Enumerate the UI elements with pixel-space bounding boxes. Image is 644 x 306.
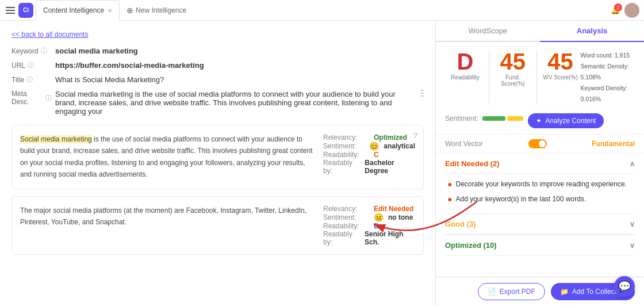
score-45b-block: 45 WV Score(%) xyxy=(540,50,581,81)
good-header[interactable]: Good (3) ∨ xyxy=(445,213,635,235)
stat-semantic: Semantic Density: 5.108% xyxy=(581,61,635,83)
title-info-icon[interactable]: ⓘ xyxy=(26,75,33,84)
export-pdf-button[interactable]: 📄 Export PDF xyxy=(478,283,545,300)
analyze-label: Analyze Content xyxy=(545,117,596,125)
stat-word-count: Word count: 1,915 xyxy=(581,50,635,61)
scrollbar[interactable] xyxy=(420,90,424,97)
optimized-label: Optimized (10) xyxy=(445,241,497,250)
sentiment-label: Sentiment: xyxy=(445,114,478,123)
back-link[interactable]: << back to all documents xyxy=(12,30,88,39)
edit-needed-list: ● Decorate your keywords to improve read… xyxy=(445,174,635,213)
meta-desc-container: Social media marketing is the use of soc… xyxy=(55,90,424,116)
section2-text-area: The major social media platforms (at the… xyxy=(20,205,314,246)
url-row: URL ⓘ https://buffer.com/social-media-ma… xyxy=(12,61,424,70)
sentiment-row: Sentiment: ✦ Analyze Content xyxy=(445,109,635,128)
section2-sentiment-row: Sentiment: 😐 no tone xyxy=(323,213,415,222)
url-label: URL ⓘ xyxy=(12,61,52,70)
user-avatar[interactable] xyxy=(624,3,639,18)
score-d-block: D Readability xyxy=(445,50,485,81)
section2-sentiment-value: no tone xyxy=(388,213,413,221)
topbar-right: 🔔 2 xyxy=(611,3,639,18)
score-45a-block: 45 Fund. Score(%) xyxy=(493,50,533,87)
score-45b-value: 45 xyxy=(540,50,581,73)
new-tab[interactable]: ⊕ New Intelligence xyxy=(122,6,191,15)
tab-wordscope[interactable]: WordScope xyxy=(436,21,540,42)
analysis-section: Edit Needed (2) ∧ ● Decorate your keywor… xyxy=(436,154,644,256)
section1-relevancy-value: Optimized xyxy=(374,133,407,141)
section2-readability-label: Readability: xyxy=(323,222,369,230)
section1-help-icon[interactable]: ? xyxy=(413,131,417,140)
section2-readably-row: Readably by: Senior High Sch. xyxy=(323,230,415,246)
meta-desc-row: Meta Desc. ⓘ Social media marketing is t… xyxy=(12,90,424,116)
section1-text-area: Social media marketing is the use of soc… xyxy=(20,133,314,181)
active-tab-label: Content Intelligence xyxy=(43,6,104,14)
svg-rect-1 xyxy=(6,10,15,11)
section2-sentiment-label: Sentiment: xyxy=(323,213,369,221)
score-d-label: Readability xyxy=(445,74,485,81)
bullet-dot-1: ● xyxy=(447,178,452,190)
rpanel-tabs: WordScope Analysis xyxy=(436,21,644,42)
keyword-info-icon[interactable]: ⓘ xyxy=(41,47,47,55)
fundamental-label: Fundamental xyxy=(592,140,635,148)
optimized-chevron: ∨ xyxy=(630,242,635,250)
left-panel: << back to all documents Keyword ⓘ socia… xyxy=(0,21,436,306)
bullet-dot-2: ● xyxy=(447,193,452,205)
section1-readability-row: Readability: C xyxy=(323,151,415,159)
chat-icon: 💬 xyxy=(618,280,631,293)
notification-bell[interactable]: 🔔 2 xyxy=(611,6,620,14)
bullet-item-1: ● Decorate your keywords to improve read… xyxy=(447,179,635,190)
word-vector-row: Word Vector Fundamental xyxy=(436,135,644,154)
meta-desc-text: Social media marketing is the use of soc… xyxy=(55,90,418,116)
title-row: Title ⓘ What is Social Media Marketing? xyxy=(12,75,424,84)
optimized-header[interactable]: Optimized (10) ∨ xyxy=(445,235,635,256)
score-45b-label: WV Score(%) xyxy=(540,74,581,81)
meta-desc-label: Meta Desc. ⓘ xyxy=(12,90,52,106)
url-info-icon[interactable]: ⓘ xyxy=(28,61,34,70)
score-divider-1 xyxy=(489,50,489,104)
bullet-item-2: ● Add your keyword(s) in the last 100 wo… xyxy=(447,194,635,205)
section2-text: The major social media platforms (at the… xyxy=(20,205,314,228)
section1-text: Social media marketing is the use of soc… xyxy=(20,133,314,181)
section1-readability-value: C xyxy=(374,151,379,159)
section2-metrics: Relevancy: Edit Needed Sentiment: 😐 no t… xyxy=(323,205,415,246)
scores-row: D Readability 45 Fund. Score(%) 45 WV Sc… xyxy=(445,50,635,104)
title-label: Title ⓘ xyxy=(12,75,52,84)
new-tab-label: New Intelligence xyxy=(136,6,186,14)
section1-readably-row: Readably by: Bachelor Degree xyxy=(323,159,415,175)
section1-readability-label: Readability: xyxy=(323,151,369,159)
good-chevron: ∨ xyxy=(630,220,635,228)
rpanel-bottom: 📄 Export PDF 📁 Add To Collection xyxy=(436,277,644,306)
sentiment-bar-green xyxy=(482,116,505,121)
section1-relevancy-row: Relevancy: Optimized xyxy=(323,133,415,141)
word-vector-label: Word Vector xyxy=(445,140,483,148)
section1-sentiment-emoji: 😊 xyxy=(369,141,379,151)
content-section-1: ? Social media marketing is the use of s… xyxy=(12,125,424,189)
main-layout: << back to all documents Keyword ⓘ socia… xyxy=(0,21,644,306)
highlighted-keyword: Social media marketing xyxy=(20,135,92,143)
score-divider-2 xyxy=(536,50,537,104)
score-area: D Readability 45 Fund. Score(%) 45 WV Sc… xyxy=(436,42,644,135)
section1-sentiment-label: Sentiment: xyxy=(323,142,365,150)
keyword-row: Keyword ⓘ social media marketing xyxy=(12,47,424,55)
section2-readably-label: Readably by: xyxy=(323,230,360,246)
analyze-content-button[interactable]: ✦ Analyze Content xyxy=(528,113,604,128)
section2-sentiment-emoji: 😐 xyxy=(374,213,384,222)
score-45a-label: Fund. Score(%) xyxy=(493,74,533,87)
tab-analysis[interactable]: Analysis xyxy=(540,21,644,42)
export-label: Export PDF xyxy=(500,288,535,296)
edit-needed-header[interactable]: Edit Needed (2) ∧ xyxy=(445,154,635,174)
analyze-icon: ✦ xyxy=(536,117,542,125)
chat-bubble[interactable]: 💬 xyxy=(614,276,635,297)
topbar: CI Content Intelligence ✕ ⊕ New Intellig… xyxy=(0,0,644,21)
meta-info-icon[interactable]: ⓘ xyxy=(45,94,52,102)
section2-layout: The major social media platforms (at the… xyxy=(20,205,415,246)
section2-relevancy-row: Relevancy: Edit Needed xyxy=(323,205,415,213)
word-vector-toggle[interactable] xyxy=(528,139,547,148)
section2-readability-value: B xyxy=(374,222,379,230)
menu-icon[interactable] xyxy=(5,5,16,16)
active-tab[interactable]: Content Intelligence ✕ xyxy=(36,0,120,21)
tab-close-icon[interactable]: ✕ xyxy=(108,7,112,14)
stat-keyword: Keyword Density: 0.016% xyxy=(581,83,635,105)
section1-readably-value: Bachelor Degree xyxy=(365,159,415,175)
section2-relevancy-value: Edit Needed xyxy=(374,205,413,213)
